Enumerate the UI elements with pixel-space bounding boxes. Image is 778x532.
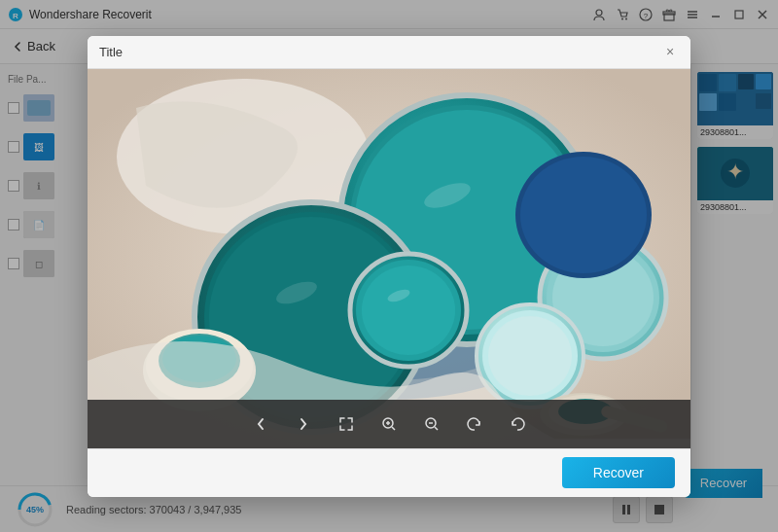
rotate-cw-button[interactable] [461,410,488,438]
recover-button[interactable]: Recover [562,457,675,488]
zoom-in-icon [381,416,397,432]
svg-line-83 [392,427,395,430]
app-window: R Wondershare Recoverit ? [0,0,778,532]
svg-point-58 [362,266,455,355]
close-icon: × [666,44,674,59]
modal-close-button[interactable]: × [661,43,679,60]
next-icon [296,416,311,432]
prev-button[interactable] [247,410,274,438]
svg-point-66 [488,316,572,396]
svg-line-86 [435,427,438,430]
modal-title: Title [99,45,123,59]
zoom-in-button[interactable] [375,410,403,438]
modal-overlay: Title × [0,0,778,532]
modal-image-area [88,69,690,448]
fullscreen-icon [338,416,354,432]
zoom-out-button[interactable] [418,410,445,438]
prev-icon [253,416,268,432]
rotate-ccw-icon [510,416,525,432]
image-toolbar [88,400,690,448]
next-button[interactable] [290,410,317,438]
rotate-cw-icon [467,416,482,432]
svg-point-68 [520,157,647,273]
zoom-out-icon [424,416,440,432]
fullscreen-button[interactable] [333,410,360,438]
preview-modal: Title × [88,36,690,497]
preview-image-svg [88,69,690,448]
modal-footer: Recover [88,448,690,497]
modal-title-bar: Title × [88,36,690,69]
rotate-ccw-button[interactable] [504,410,531,438]
